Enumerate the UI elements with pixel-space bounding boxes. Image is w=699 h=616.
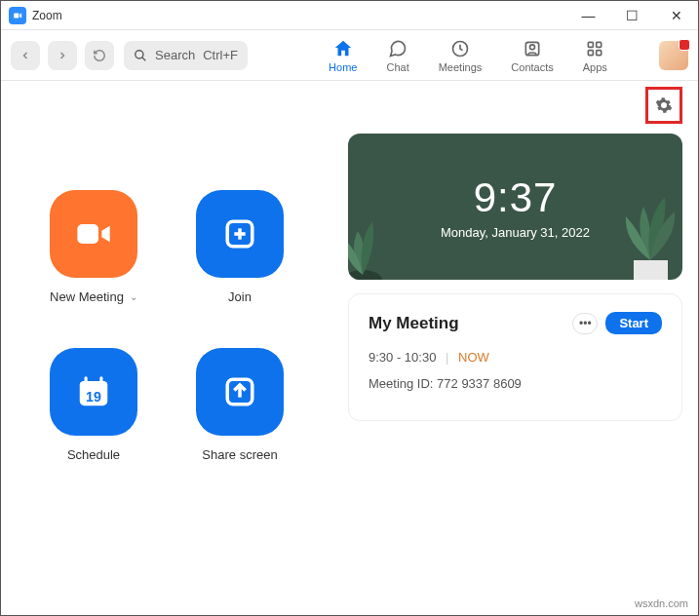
share-screen-button[interactable] (196, 348, 284, 436)
history-button[interactable] (85, 41, 114, 70)
back-button[interactable] (11, 41, 40, 70)
avatar[interactable] (659, 41, 688, 70)
window-title: Zoom (32, 9, 62, 22)
svg-point-20 (348, 270, 382, 280)
start-meeting-button[interactable]: Start (605, 312, 662, 334)
share-cell: Share screen (167, 348, 313, 494)
chevron-down-icon[interactable]: ⌄ (130, 291, 137, 302)
minimize-button[interactable]: — (566, 1, 610, 30)
settings-highlight (645, 87, 682, 124)
new-meeting-cell: New Meeting ⌄ (20, 190, 167, 336)
clock-time: 9:37 (474, 174, 558, 221)
watermark: wsxdn.com (635, 597, 688, 609)
calendar-icon: 19 (75, 373, 112, 410)
home-icon (332, 38, 354, 59)
svg-rect-6 (597, 42, 602, 47)
clock-date: Monday, January 31, 2022 (441, 225, 590, 240)
meeting-time-row: 9:30 - 10:30 | NOW (369, 350, 662, 365)
window-controls: — ☐ ✕ (566, 1, 698, 30)
tab-apps[interactable]: Apps (583, 38, 607, 73)
search-label: Search (155, 48, 195, 62)
svg-rect-7 (589, 50, 594, 55)
apps-icon (584, 38, 605, 59)
search-icon (134, 49, 147, 62)
svg-rect-8 (597, 50, 602, 55)
svg-line-1 (142, 57, 146, 60)
tab-meetings[interactable]: Meetings (439, 38, 483, 73)
maximize-button[interactable]: ☐ (610, 1, 654, 30)
svg-rect-16 (99, 376, 102, 384)
app-icon (9, 7, 26, 24)
join-cell: Join (167, 190, 313, 336)
svg-point-0 (136, 50, 143, 58)
nav-arrows (11, 41, 114, 70)
plant-decoration (604, 173, 682, 280)
search-box[interactable]: Search Ctrl+F (124, 41, 248, 70)
schedule-cell: 19 Schedule (20, 348, 167, 494)
svg-rect-15 (85, 376, 88, 384)
video-icon (74, 214, 113, 253)
svg-rect-5 (589, 42, 594, 47)
chat-icon (387, 38, 408, 59)
meeting-more-button[interactable]: ••• (572, 313, 598, 334)
plus-icon (223, 217, 256, 250)
svg-rect-21 (634, 260, 668, 280)
gear-icon (655, 96, 673, 114)
settings-button[interactable] (652, 94, 676, 117)
main-content: New Meeting ⌄ Join 19 Schedule (1, 81, 698, 615)
clock-card: 9:37 Monday, January 31, 2022 (348, 134, 682, 280)
svg-rect-9 (77, 224, 98, 244)
tab-home[interactable]: Home (329, 38, 357, 73)
top-toolbar: Search Ctrl+F Home Chat Meetings Contact… (1, 30, 698, 81)
share-label: Share screen (202, 447, 277, 462)
contacts-icon (522, 38, 543, 59)
plant-decoration (348, 192, 416, 280)
now-indicator: NOW (458, 350, 489, 365)
close-button[interactable]: ✕ (654, 1, 698, 30)
meeting-card: My Meeting ••• Start 9:30 - 10:30 | NOW … (348, 293, 682, 421)
actions-panel: New Meeting ⌄ Join 19 Schedule (17, 93, 348, 615)
new-meeting-label: New Meeting ⌄ (50, 289, 137, 304)
join-label: Join (228, 289, 252, 304)
title-bar: Zoom — ☐ ✕ (1, 1, 698, 30)
right-panel: 9:37 Monday, January 31, 2022 My Meeting… (348, 93, 682, 615)
new-meeting-button[interactable] (50, 190, 137, 278)
join-button[interactable] (196, 190, 284, 278)
schedule-label: Schedule (67, 447, 120, 462)
search-shortcut: Ctrl+F (203, 48, 238, 62)
top-tabs: Home Chat Meetings Contacts Apps (277, 38, 659, 73)
svg-point-4 (530, 44, 535, 49)
svg-text:19: 19 (86, 389, 101, 404)
meeting-title: My Meeting (369, 314, 572, 333)
meeting-id-row: Meeting ID: 772 9337 8609 (369, 376, 662, 391)
share-icon (223, 375, 256, 408)
tab-chat[interactable]: Chat (386, 38, 408, 73)
forward-button[interactable] (48, 41, 77, 70)
schedule-button[interactable]: 19 (50, 348, 137, 436)
meetings-icon (449, 38, 471, 59)
tab-contacts[interactable]: Contacts (511, 38, 553, 73)
